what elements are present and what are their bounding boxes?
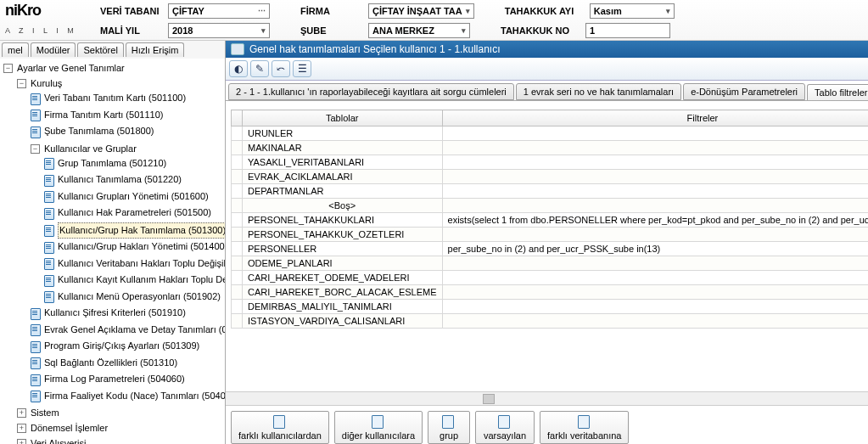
collapse-icon[interactable]: −	[31, 144, 40, 154]
row-handle[interactable]	[232, 256, 243, 271]
cell-table[interactable]: CARI_HAREKET_ODEME_VADELERI	[243, 271, 443, 285]
btn-to-users[interactable]: diğer kullanıcılara	[334, 411, 423, 444]
row-handle[interactable]	[232, 228, 243, 242]
table-row[interactable]: DEMIRBAS_MALIYIL_TANIMLARI	[232, 300, 869, 314]
row-handle[interactable]	[232, 314, 243, 329]
btn-from-users[interactable]: farklı kullanıcılardan	[231, 411, 329, 444]
tree-module[interactable]: +Veri Alışverişi	[17, 436, 86, 444]
toolbar-btn-1[interactable]: ◐	[229, 60, 248, 77]
cell-table[interactable]: <Boş>	[243, 199, 443, 213]
year-field[interactable]: 2018 ▾	[168, 23, 270, 38]
expand-icon[interactable]: +	[17, 439, 26, 444]
row-handle[interactable]	[232, 300, 243, 314]
cell-table[interactable]: EVRAK_ACIKLAMALARI	[243, 170, 443, 184]
col-tablolar[interactable]: Tablolar	[243, 110, 443, 126]
table-row[interactable]: PERSONELLERper_sube_no in (2) and per_uc…	[232, 242, 869, 256]
firm-field[interactable]: ÇİFTAY İNŞAAT TAA ▾	[368, 3, 474, 19]
tree-item[interactable]: Veri Tabanı Tanıtım Kartı (501100)	[31, 91, 186, 105]
row-handle[interactable]	[232, 126, 243, 141]
cell-table[interactable]: PERSONEL_TAHAKKUKLARI	[243, 213, 443, 228]
branch-field[interactable]: ANA MERKEZ ▾	[368, 23, 470, 38]
scrollbar-thumb[interactable]	[483, 394, 495, 404]
tree-kurulus[interactable]: − Kuruluş	[17, 76, 62, 91]
tree-item[interactable]: Kullanıcı Veritabanı Hakları Toplu Değiş…	[44, 256, 225, 271]
tree-item[interactable]: Kullanıcı Hak Parametreleri (501500)	[44, 205, 211, 220]
tree-item[interactable]: Kullanıcı/Grup Hakları Yönetimi (501400)	[44, 239, 225, 254]
cell-filter[interactable]	[442, 141, 868, 155]
tree-item[interactable]: Kullanıcı/Grup Hak Tanımlama (501300)	[44, 222, 225, 239]
subtab-2[interactable]: e-Dönüşüm Parametreleri	[683, 83, 805, 100]
toolbar-btn-2[interactable]: ✎	[250, 60, 269, 77]
cell-filter[interactable]	[442, 256, 868, 271]
btn-default[interactable]: varsayılan	[475, 411, 535, 444]
tree-item[interactable]: Kullanıcı Tanımlama (501220)	[44, 172, 182, 187]
tree-item[interactable]: Grup Tanımlama (501210)	[44, 156, 166, 171]
cell-filter[interactable]: per_sube_no in (2) and per_ucr_PSSK_sube…	[442, 242, 868, 256]
table-row[interactable]: CARI_HAREKET_ODEME_VADELERI	[232, 271, 869, 285]
collapse-icon[interactable]: −	[17, 79, 26, 88]
collapse-icon[interactable]: −	[3, 64, 13, 73]
cell-filter[interactable]	[442, 271, 868, 285]
btn-group[interactable]: grup	[428, 411, 470, 444]
table-row[interactable]: ISTASYON_VARDIYA_CALISANLARI	[232, 314, 869, 329]
toolbar-btn-4[interactable]: ☰	[293, 60, 311, 77]
table-row[interactable]: ODEME_PLANLARI	[232, 256, 869, 271]
tree-module[interactable]: +Sistem	[17, 406, 59, 420]
cell-table[interactable]: URUNLER	[243, 126, 443, 141]
subtab-0[interactable]: 2 - 1 - 1.kullanıcı 'ın raporlayabileceğ…	[228, 83, 514, 100]
tree-module[interactable]: +Dönemsel İşlemler	[17, 421, 108, 436]
subtab-3[interactable]: Tablo filtreleri	[807, 84, 868, 101]
month-field[interactable]: Kasım ▾	[590, 3, 675, 19]
tree-item[interactable]: Sql Bağlantı Özellikleri (501310)	[31, 356, 177, 370]
row-handle[interactable]	[232, 141, 243, 155]
table-row[interactable]: PERSONEL_TAHAKKUKLARIexists(select 1 fro…	[232, 213, 869, 228]
tree-item[interactable]: Firma Faaliyet Kodu (Nace) Tanımları (50…	[31, 389, 225, 403]
tree-item[interactable]: Evrak Genel Açıklama ve Detay Tanımları …	[31, 323, 225, 337]
cell-filter[interactable]	[442, 126, 868, 141]
row-handle[interactable]	[232, 285, 243, 300]
expand-icon[interactable]: +	[17, 408, 26, 418]
cell-table[interactable]: CARI_HAREKET_BORC_ALACAK_ESLEME	[243, 285, 443, 300]
tree-item[interactable]: Kullanıcı Grupları Yönetimi (501600)	[44, 189, 209, 204]
cell-filter[interactable]	[442, 300, 868, 314]
cell-filter[interactable]	[442, 228, 868, 242]
cell-filter[interactable]	[442, 170, 868, 184]
db-field[interactable]: ÇİFTAY ⋯	[168, 3, 270, 19]
table-row[interactable]: CARI_HAREKET_BORC_ALACAK_ESLEME	[232, 285, 869, 300]
row-handle[interactable]	[232, 155, 243, 170]
left-tab-3[interactable]: Hızlı Erişim	[126, 42, 185, 57]
expand-icon[interactable]: +	[17, 424, 26, 433]
tree-item[interactable]: Kullanıcı Kayıt Kullanım Hakları Toplu D…	[44, 273, 225, 287]
cell-filter[interactable]	[442, 285, 868, 300]
table-row[interactable]: PERSONEL_TAHAKKUK_OZETLERI	[232, 228, 869, 242]
table-row[interactable]: URUNLER	[232, 126, 869, 141]
row-handle[interactable]	[232, 242, 243, 256]
tree-item[interactable]: Kullanıcı Şifresi Kriterleri (501910)	[31, 306, 186, 320]
left-tab-0[interactable]: mel	[2, 42, 29, 57]
tree-item[interactable]: Firma Tanıtım Kartı (501110)	[31, 108, 163, 122]
toolbar-btn-3[interactable]: ⤺	[272, 60, 290, 77]
cell-filter[interactable]	[442, 199, 868, 213]
tree-item[interactable]: Program Giriş/Çıkış Ayarları (501309)	[31, 339, 199, 353]
table-row[interactable]: MAKINALAR	[232, 141, 869, 155]
nav-tree[interactable]: − Ayarlar ve Genel Tanımlar − Kuruluş Ve…	[0, 59, 225, 444]
cell-table[interactable]: DEMIRBAS_MALIYIL_TANIMLARI	[243, 300, 443, 314]
tree-item[interactable]: Firma Log Parametreleri (504060)	[31, 372, 185, 386]
table-row[interactable]: YASAKLI_VERITABANLARI	[232, 155, 869, 170]
row-handle[interactable]	[232, 271, 243, 285]
table-row[interactable]: EVRAK_ACIKLAMALARI	[232, 170, 869, 184]
tree-kullanicilar[interactable]: − Kullanıcılar ve Gruplar	[31, 142, 137, 156]
btn-other-db[interactable]: farklı veritabanına	[540, 411, 629, 444]
filter-table[interactable]: Tablolar Filtreler URUNLERMAKINALARYASAK…	[231, 110, 868, 329]
row-handle[interactable]	[232, 199, 243, 213]
row-handle[interactable]	[232, 213, 243, 228]
cell-table[interactable]: ISTASYON_VARDIYA_CALISANLARI	[243, 314, 443, 329]
no-field[interactable]: 1	[585, 23, 670, 38]
table-row[interactable]: DEPARTMANLAR	[232, 184, 869, 199]
cell-table[interactable]: ODEME_PLANLARI	[243, 256, 443, 271]
row-handle[interactable]	[232, 170, 243, 184]
subtab-1[interactable]: 1 evrak seri no ve hak tanımlamaları	[516, 83, 681, 100]
cell-table[interactable]: PERSONELLER	[243, 242, 443, 256]
cell-table[interactable]: YASAKLI_VERITABANLARI	[243, 155, 443, 170]
row-handle[interactable]	[232, 184, 243, 199]
